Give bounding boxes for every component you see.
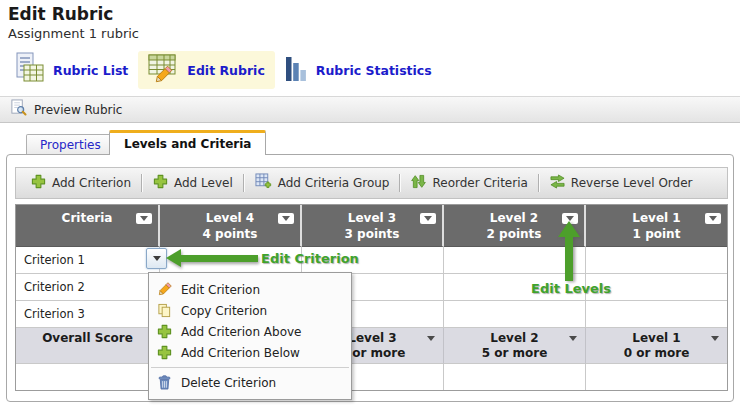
tab-levels-and-criteria[interactable]: Levels and Criteria	[109, 130, 266, 155]
criterion-1-dropdown-button[interactable]	[146, 248, 167, 269]
criterion-2-cell: Criterion 2	[16, 274, 160, 301]
overall-level-threshold: 0 or more	[586, 346, 727, 361]
level-3-menu-chevron-icon[interactable]	[420, 213, 436, 224]
delete-trash-icon	[156, 375, 172, 390]
level-4-menu-chevron-icon[interactable]	[278, 213, 294, 224]
menu-add-criterion-below-label: Add Criterion Below	[181, 346, 300, 360]
header-criteria: Criteria	[16, 205, 160, 247]
overall-score-label: Overall Score	[16, 328, 160, 364]
header-level-1: Level 1 1 point	[586, 205, 727, 247]
reorder-criteria-button[interactable]: Reorder Criteria	[402, 168, 536, 198]
add-level-button[interactable]: Add Level	[144, 168, 242, 198]
criteria-group-icon	[255, 173, 272, 193]
level-1-menu-chevron-icon[interactable]	[705, 213, 721, 224]
menu-edit-criterion-label: Edit Criterion	[181, 283, 260, 297]
toolbar-separator	[538, 174, 540, 192]
cell	[586, 247, 727, 274]
edit-levels-annotation: Edit Levels	[531, 281, 611, 296]
reverse-level-order-label: Reverse Level Order	[571, 176, 693, 190]
edit-levels-arrow	[558, 221, 581, 281]
criterion-context-menu: Edit Criterion Copy Criterion Add Criter…	[148, 272, 352, 400]
rubric-table: Criteria Level 4 4 points Level 3 3 poin…	[15, 204, 728, 391]
menu-separator	[151, 367, 349, 368]
criterion-row: Criterion 2	[16, 274, 727, 301]
add-criteria-group-button[interactable]: Add Criteria Group	[246, 168, 399, 198]
copy-icon	[156, 303, 172, 318]
overall-score-row: Overall Score Level 3 3 or more Level 2 …	[16, 328, 727, 364]
cell	[586, 301, 727, 328]
header-level-3-points: 3 points	[302, 226, 442, 242]
reverse-level-order-button[interactable]: Reverse Level Order	[541, 168, 702, 198]
menu-add-criterion-below[interactable]: Add Criterion Below	[149, 342, 351, 363]
criteria-menu-chevron-icon[interactable]	[136, 213, 152, 224]
overall-level-1-chevron-icon[interactable]	[711, 336, 719, 341]
rubric-nav: Rubric List Edit Rubric Rub	[6, 48, 442, 92]
edit-pencil-icon	[156, 282, 172, 297]
add-criterion-label: Add Criterion	[52, 176, 131, 190]
add-plus-icon	[31, 174, 46, 192]
score-row	[16, 364, 727, 390]
action-bar: Preview Rubric	[0, 96, 740, 123]
menu-edit-criterion[interactable]: Edit Criterion	[149, 279, 351, 300]
cell	[444, 364, 586, 390]
overall-level-2-cell: Level 2 5 or more	[444, 328, 586, 364]
cell	[586, 364, 727, 390]
criterion-1-cell: Criterion 1	[16, 247, 160, 274]
overall-level-3-chevron-icon[interactable]	[427, 336, 435, 341]
criteria-toolbar: Add Criterion Add Level Add Criteria Gro…	[15, 167, 728, 199]
header-level-4-points: 4 points	[160, 226, 300, 242]
toolbar-separator	[399, 174, 401, 192]
add-criteria-group-label: Add Criteria Group	[278, 176, 390, 190]
nav-rubric-statistics-label: Rubric Statistics	[316, 63, 432, 78]
overall-level-title: Level 1	[586, 331, 727, 346]
add-plus-icon	[156, 324, 172, 339]
tab-properties[interactable]: Properties	[26, 134, 115, 155]
add-plus-icon	[156, 345, 172, 360]
header-criteria-title: Criteria	[62, 211, 113, 225]
menu-copy-criterion[interactable]: Copy Criterion	[149, 300, 351, 321]
edit-rubric-icon	[148, 52, 178, 88]
menu-add-criterion-above[interactable]: Add Criterion Above	[149, 321, 351, 342]
toolbar-separator	[141, 174, 143, 192]
menu-copy-criterion-label: Copy Criterion	[181, 304, 267, 318]
reorder-criteria-label: Reorder Criteria	[432, 176, 527, 190]
page-title: Edit Rubric	[8, 4, 113, 24]
criterion-row: Criterion 3	[16, 301, 727, 328]
reverse-icon	[550, 174, 565, 192]
cell	[16, 364, 160, 390]
header-level-4: Level 4 4 points	[160, 205, 302, 247]
overall-level-1-cell: Level 1 0 or more	[586, 328, 727, 364]
criterion-row: Criterion 1	[16, 247, 727, 274]
table-header-row: Criteria Level 4 4 points Level 3 3 poin…	[16, 205, 727, 247]
header-level-3: Level 3 3 points	[302, 205, 444, 247]
nav-rubric-list-label: Rubric List	[53, 63, 128, 78]
add-plus-icon	[153, 174, 168, 192]
nav-rubric-list[interactable]: Rubric List	[6, 51, 138, 89]
preview-rubric-button[interactable]: Preview Rubric	[34, 103, 122, 117]
menu-delete-criterion[interactable]: Delete Criterion	[149, 372, 351, 393]
rubric-statistics-icon	[285, 53, 307, 87]
preview-rubric-icon	[10, 99, 27, 120]
nav-edit-rubric-label: Edit Rubric	[187, 63, 264, 78]
edit-criterion-arrow	[166, 249, 258, 268]
nav-rubric-statistics[interactable]: Rubric Statistics	[275, 51, 442, 89]
add-level-label: Add Level	[174, 176, 233, 190]
reorder-icon	[411, 174, 426, 192]
menu-add-criterion-above-label: Add Criterion Above	[181, 325, 301, 339]
overall-level-2-chevron-icon[interactable]	[569, 336, 577, 341]
edit-criterion-annotation: Edit Criterion	[261, 251, 359, 266]
cell	[444, 301, 586, 328]
overall-level-threshold: 5 or more	[444, 346, 585, 361]
page-subtitle: Assignment 1 rubric	[8, 26, 139, 41]
chevron-down-icon	[153, 256, 161, 261]
nav-edit-rubric[interactable]: Edit Rubric	[138, 51, 274, 89]
tab-properties-label: Properties	[40, 138, 101, 152]
toolbar-separator	[243, 174, 245, 192]
overall-level-title: Level 2	[444, 331, 585, 346]
header-level-1-points: 1 point	[586, 226, 727, 242]
tab-levels-and-criteria-label: Levels and Criteria	[124, 137, 251, 151]
add-criterion-button[interactable]: Add Criterion	[22, 168, 140, 198]
menu-delete-criterion-label: Delete Criterion	[181, 376, 276, 390]
rubric-list-icon	[16, 52, 44, 88]
criterion-3-cell: Criterion 3	[16, 301, 160, 328]
